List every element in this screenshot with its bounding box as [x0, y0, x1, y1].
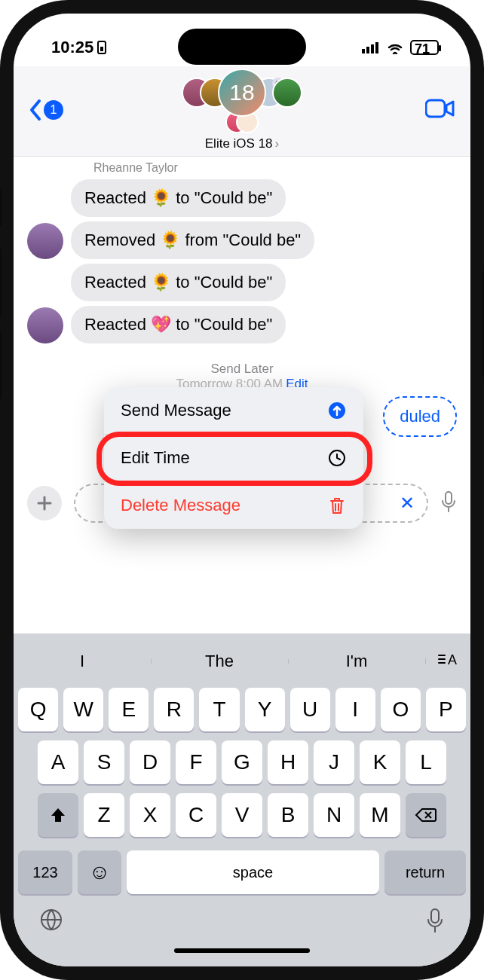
key-b[interactable]: B [268, 793, 308, 837]
svg-rect-12 [431, 909, 439, 923]
key-h[interactable]: H [268, 740, 308, 784]
sender-name: Rheanne Taylor [93, 161, 457, 175]
menu-send-message[interactable]: Send Message [104, 387, 363, 434]
battery-icon: 71 [410, 40, 439, 55]
globe-key[interactable] [39, 908, 63, 936]
predict-1[interactable]: I [14, 652, 151, 671]
key-u[interactable]: U [290, 688, 330, 731]
cellular-icon [362, 41, 380, 53]
conversation[interactable]: Rheanne Taylor Reacted 🌻 to "Could be" R… [14, 157, 470, 633]
key-w[interactable]: W [63, 688, 103, 731]
facetime-button[interactable] [425, 98, 455, 122]
add-attachment-button[interactable] [27, 486, 62, 521]
key-l[interactable]: L [406, 740, 446, 784]
key-t[interactable]: T [199, 688, 239, 731]
home-indicator[interactable] [174, 948, 310, 953]
svg-rect-2 [362, 49, 365, 53]
mic-key[interactable] [425, 908, 445, 936]
status-time: 10:25 [51, 38, 93, 57]
chat-header[interactable]: 18 Elite iOS 18› [188, 69, 296, 151]
clock-icon [327, 449, 347, 467]
key-e[interactable]: E [109, 688, 149, 731]
avatar[interactable] [27, 307, 63, 343]
message-bubble[interactable]: Reacted 🌻 to "Could be" [71, 264, 286, 301]
chat-name: Elite iOS 18 [205, 136, 273, 151]
svg-rect-6 [426, 100, 445, 117]
back-button[interactable]: 1 [29, 99, 63, 121]
svg-rect-1 [100, 47, 103, 51]
text-format-button[interactable]: A [425, 651, 470, 672]
trash-icon [327, 496, 347, 514]
message-bubble[interactable]: Reacted 💖 to "Could be" [71, 306, 286, 343]
key-z[interactable]: Z [84, 793, 124, 837]
context-menu: Send Message Edit Time Delete Message [104, 387, 363, 529]
message-bubble[interactable]: Removed 🌻 from "Could be" [71, 221, 314, 259]
key-c[interactable]: C [176, 793, 216, 837]
key-i[interactable]: I [335, 688, 375, 731]
key-r[interactable]: R [154, 688, 194, 731]
shift-key[interactable] [38, 793, 78, 837]
back-badge: 1 [44, 100, 63, 120]
backspace-key[interactable] [406, 793, 446, 837]
avatar[interactable] [27, 223, 63, 259]
key-q[interactable]: Q [18, 688, 58, 731]
key-y[interactable]: Y [245, 688, 285, 731]
key-k[interactable]: K [360, 740, 400, 784]
chevron-right-icon: › [275, 136, 280, 151]
predict-3[interactable]: I'm [288, 652, 425, 671]
key-o[interactable]: O [381, 688, 421, 731]
predict-2[interactable]: The [151, 652, 288, 671]
svg-text:A: A [448, 652, 457, 667]
key-j[interactable]: J [314, 740, 354, 784]
group-avatars: 18 [188, 69, 296, 117]
key-v[interactable]: V [222, 793, 262, 837]
numeric-key[interactable]: 123 [18, 850, 72, 894]
key-g[interactable]: G [222, 740, 262, 784]
scheduled-message-bubble[interactable]: duled [383, 396, 457, 437]
return-key[interactable]: return [384, 850, 466, 894]
nav-header: 1 18 Elite iOS 18› [14, 66, 470, 157]
plus-icon [36, 495, 53, 511]
key-s[interactable]: S [84, 740, 124, 784]
menu-delete-message[interactable]: Delete Message [104, 482, 363, 529]
message-bubble[interactable]: Reacted 🌻 to "Could be" [71, 179, 286, 217]
svg-rect-9 [446, 492, 452, 504]
emoji-key[interactable]: ☺ [78, 850, 121, 894]
menu-edit-time[interactable]: Edit Time [104, 435, 363, 481]
clear-input-button[interactable]: ✕ [400, 493, 415, 514]
key-a[interactable]: A [38, 740, 78, 784]
space-key[interactable]: space [127, 850, 379, 894]
send-icon [327, 401, 347, 420]
keyboard: I The I'm A QWERTYUIOP ASDFGHJKL ZXCVBNM… [14, 633, 470, 966]
key-m[interactable]: M [360, 793, 400, 837]
key-f[interactable]: F [176, 740, 216, 784]
wifi-icon [386, 41, 404, 54]
svg-rect-5 [375, 42, 378, 53]
key-n[interactable]: N [314, 793, 354, 837]
dynamic-island [178, 29, 306, 65]
dictation-icon[interactable] [440, 490, 457, 516]
svg-rect-3 [366, 47, 369, 53]
key-d[interactable]: D [130, 740, 170, 784]
key-p[interactable]: P [426, 688, 466, 731]
key-x[interactable]: X [130, 793, 170, 837]
svg-rect-4 [371, 44, 374, 53]
sim-icon [96, 41, 107, 54]
